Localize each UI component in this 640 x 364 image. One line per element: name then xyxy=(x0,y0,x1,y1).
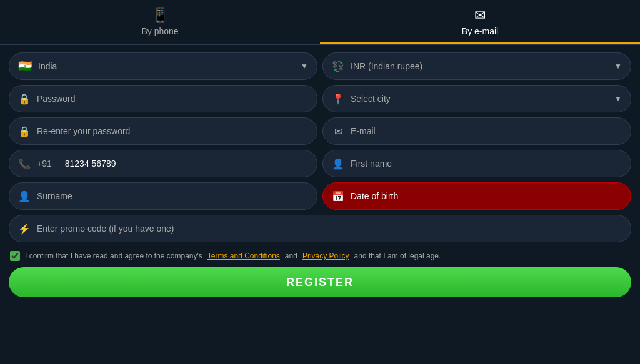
email-placeholder: E-mail xyxy=(351,126,622,136)
tab-phone[interactable]: 📱 By phone xyxy=(0,0,320,44)
terms-label-mid: and xyxy=(285,252,298,260)
email-icon: ✉ xyxy=(332,125,344,137)
dob-field[interactable]: 📅 Date of birth xyxy=(322,182,631,210)
terms-checkbox[interactable] xyxy=(10,251,20,261)
reenter-password-field[interactable]: 🔒 Re-enter your password xyxy=(9,117,318,145)
promo-placeholder: Enter promo code (if you have one) xyxy=(37,224,622,234)
tab-phone-label: By phone xyxy=(141,26,178,36)
person2-icon: 👤 xyxy=(18,190,31,202)
tab-email[interactable]: ✉ By e-mail xyxy=(320,0,640,44)
phone-field[interactable]: 📞 +91 81234 56789 xyxy=(9,150,318,177)
city-chevron-icon: ▼ xyxy=(614,94,622,103)
password-field[interactable]: 🔒 Password xyxy=(9,85,318,112)
lock2-icon: 🔒 xyxy=(18,125,31,137)
lock-icon: 🔒 xyxy=(18,93,31,105)
firstname-field[interactable]: 👤 First name xyxy=(322,150,631,177)
flag-icon: 🇮🇳 xyxy=(18,59,32,73)
terms-label-after: and that I am of legal age. xyxy=(354,252,441,260)
currency-icon: 💱 xyxy=(332,61,344,72)
promo-icon: ⚡ xyxy=(18,223,31,235)
location-icon: 📍 xyxy=(332,93,344,105)
surname-field[interactable]: 👤 Surname xyxy=(9,182,318,210)
privacy-link[interactable]: Privacy Policy xyxy=(302,252,349,260)
phone-tab-icon: 📱 xyxy=(152,9,169,22)
terms-label-before: I confirm that I have read and agree to … xyxy=(25,252,202,260)
firstname-placeholder: First name xyxy=(351,159,622,169)
register-button[interactable]: REGISTER xyxy=(9,267,631,297)
person-icon: 👤 xyxy=(332,158,344,170)
terms-row: I confirm that I have read and agree to … xyxy=(9,247,631,265)
password-placeholder: Password xyxy=(37,94,308,104)
phone-number: 81234 56789 xyxy=(65,159,116,169)
terms-link[interactable]: Terms and Conditions xyxy=(208,252,280,260)
dob-placeholder: Date of birth xyxy=(351,191,622,201)
phone-icon: 📞 xyxy=(18,158,31,170)
country-select[interactable]: 🇮🇳 India ▼ xyxy=(9,52,318,80)
city-select[interactable]: 📍 Select city ▼ xyxy=(322,85,631,112)
email-tab-icon: ✉ xyxy=(474,9,486,22)
city-placeholder: Select city xyxy=(351,94,608,104)
tab-email-label: By e-mail xyxy=(462,26,498,36)
country-value: India xyxy=(38,61,294,71)
reenter-password-placeholder: Re-enter your password xyxy=(37,126,308,136)
registration-modal: 📱 By phone ✉ By e-mail 🇮🇳 India ▼ 💱 INR … xyxy=(0,0,640,364)
calendar-icon: 📅 xyxy=(332,190,344,202)
email-field[interactable]: ✉ E-mail xyxy=(322,117,631,145)
surname-placeholder: Surname xyxy=(37,191,308,201)
form-area: 🇮🇳 India ▼ 💱 INR (Indian rupee) ▼ 🔒 Pass… xyxy=(0,45,640,364)
currency-select[interactable]: 💱 INR (Indian rupee) ▼ xyxy=(322,52,631,80)
tab-bar: 📱 By phone ✉ By e-mail xyxy=(0,0,640,45)
country-chevron-icon: ▼ xyxy=(301,62,308,71)
phone-code: +91 xyxy=(37,159,56,169)
currency-chevron-icon: ▼ xyxy=(614,62,622,71)
currency-value: INR (Indian rupee) xyxy=(351,61,608,71)
promo-field[interactable]: ⚡ Enter promo code (if you have one) xyxy=(9,215,631,242)
